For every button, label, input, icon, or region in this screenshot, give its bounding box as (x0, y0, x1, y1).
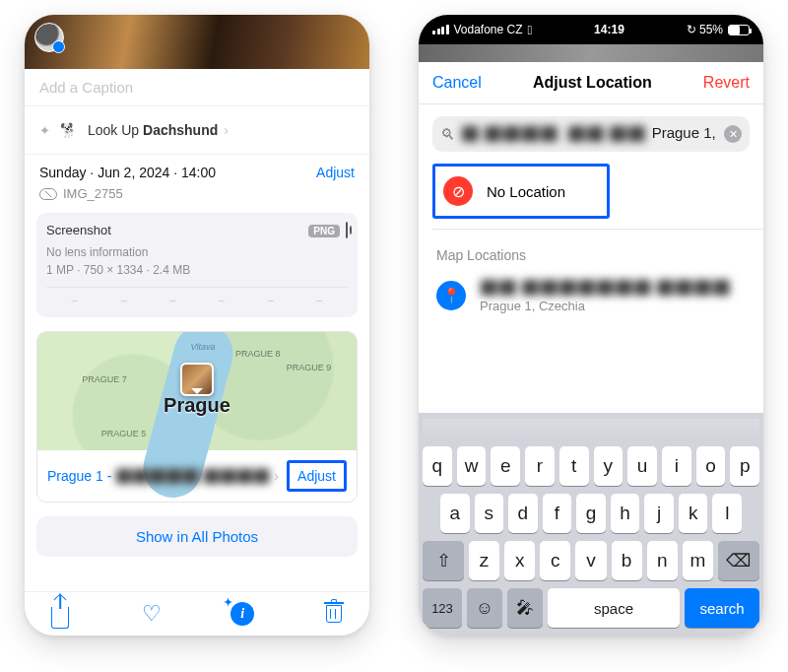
mic-icon: 🎤︎ (516, 598, 534, 619)
battery-percent-label: ↻ 55% (687, 23, 723, 36)
map-district-label: PRAGUE 7 (82, 374, 127, 384)
shift-icon: ⇧ (436, 550, 451, 571)
key-h[interactable]: h (611, 494, 640, 533)
location-card: PRAGUE 7 PRAGUE 8 PRAGUE 9 PRAGUE 5 Vlta… (36, 331, 358, 503)
metadata-section: Sunday · Jun 2, 2024 · 14:00 Adjust IMG_… (25, 155, 369, 205)
map-photo-pin (180, 363, 214, 396)
key-u[interactable]: u (627, 446, 657, 486)
key-w[interactable]: w (457, 446, 487, 486)
key-j[interactable]: j (644, 494, 674, 533)
result-title-blurred: ⬛⬛ ⬛⬛⬛⬛⬛⬛⬛ ⬛⬛⬛⬛ (480, 279, 731, 297)
caption-field[interactable]: Add a Caption (25, 69, 369, 106)
adjust-date-button[interactable]: Adjust (316, 165, 355, 180)
key-s[interactable]: s (475, 494, 504, 533)
not-synced-icon (39, 188, 57, 200)
info-icon: i (230, 602, 254, 626)
wifi-icon: 󾓦 (528, 23, 533, 37)
format-badge: PNG (308, 225, 340, 237)
key-r[interactable]: r (525, 446, 555, 486)
revert-button[interactable]: Revert (703, 74, 750, 92)
location-address-link[interactable]: Prague 1 - ⬛⬛⬛⬛⬛ ⬛⬛⬛⬛› (47, 468, 279, 484)
key-m[interactable]: m (683, 541, 713, 580)
chevron-right-icon: › (224, 122, 229, 138)
location-search-field[interactable]: 🔍︎ ⬛ ⬛⬛⬛⬛, ⬛⬛ ⬛⬛ Prague 1, Czechia ✕ (432, 116, 750, 152)
person-avatar-badge[interactable] (34, 23, 64, 52)
key-emoji[interactable]: ☺ (467, 588, 502, 628)
key-search[interactable]: search (685, 588, 759, 628)
exif-placeholder-row: –––––– (46, 287, 348, 311)
key-c[interactable]: c (540, 541, 570, 580)
key-n[interactable]: n (647, 541, 678, 580)
photo-date: Sunday · Jun 2, 2024 · 14:00 (39, 165, 216, 180)
no-location-icon: ⊘ (443, 176, 473, 206)
map-pin-icon: 📍 (436, 281, 466, 310)
key-i[interactable]: i (662, 446, 691, 486)
key-backspace[interactable]: ⌫ (718, 541, 759, 580)
nav-title: Adjust Location (533, 74, 652, 92)
status-time: 14:19 (594, 23, 624, 36)
show-in-all-photos-button[interactable]: Show in All Photos (36, 516, 358, 557)
search-prefix-blurred: ⬛ ⬛⬛⬛⬛, ⬛⬛ ⬛⬛ (461, 125, 646, 143)
key-shift[interactable]: ⇧ (423, 541, 464, 580)
dog-icon: 🐕 (56, 118, 80, 142)
file-info-card: Screenshot PNG No lens information 1 MP … (36, 213, 358, 317)
result-subtitle: Prague 1, Czechia (480, 299, 731, 313)
status-bar: Vodafone CZ 󾓦 14:19 ↻ 55% (419, 15, 763, 44)
delete-button[interactable] (322, 602, 346, 626)
no-location-label: No Location (487, 183, 565, 200)
key-k[interactable]: k (679, 494, 708, 533)
share-icon (51, 607, 69, 629)
lens-info-label: No lens information (46, 245, 348, 259)
clear-search-button[interactable]: ✕ (724, 125, 742, 143)
map-river-label: Vltava (191, 342, 216, 352)
map-district-label: PRAGUE 5 (101, 429, 147, 438)
favorite-button[interactable]: ♡ (140, 602, 164, 626)
fullscreen-icon[interactable] (346, 222, 348, 238)
key-d[interactable]: d (508, 494, 538, 533)
key-q[interactable]: q (423, 446, 452, 486)
backspace-icon: ⌫ (726, 550, 751, 571)
cancel-button[interactable]: Cancel (432, 74, 482, 92)
heart-icon: ♡ (142, 601, 162, 627)
background-blur (419, 44, 763, 62)
key-z[interactable]: z (469, 541, 499, 580)
search-icon: 🔍︎ (440, 126, 455, 143)
nav-bar: Cancel Adjust Location Revert (419, 62, 763, 104)
file-specs-label: 1 MP · 750 × 1334 · 2.4 MB (46, 263, 348, 277)
key-o[interactable]: o (696, 446, 726, 486)
key-a[interactable]: a (440, 494, 470, 533)
photo-preview-header (25, 15, 369, 69)
filename-label: IMG_2755 (63, 186, 123, 201)
key-f[interactable]: f (543, 494, 572, 533)
keyboard-row-1: q w e r t y u i o p (423, 446, 759, 486)
emoji-icon: ☺ (476, 598, 493, 619)
key-y[interactable]: y (594, 446, 624, 486)
key-v[interactable]: v (575, 541, 606, 580)
key-123[interactable]: 123 (423, 588, 462, 628)
key-t[interactable]: t (559, 446, 589, 486)
key-p[interactable]: p (730, 446, 759, 486)
key-dictation[interactable]: 🎤︎ (507, 588, 543, 628)
key-x[interactable]: x (504, 541, 535, 580)
map-city-label: Prague (164, 394, 230, 417)
info-button[interactable]: i (230, 602, 254, 626)
location-result-item[interactable]: 📍 ⬛⬛ ⬛⬛⬛⬛⬛⬛⬛ ⬛⬛⬛⬛ Prague 1, Czechia (419, 271, 763, 325)
adjust-location-screen: Vodafone CZ 󾓦 14:19 ↻ 55% Cancel Adjust … (419, 15, 763, 636)
key-b[interactable]: b (612, 541, 642, 580)
keyboard-row-3: ⇧ z x c v b n m ⌫ (423, 541, 759, 580)
search-value: Prague 1, Czechia (652, 124, 718, 143)
share-button[interactable] (48, 602, 72, 626)
map-preview[interactable]: PRAGUE 7 PRAGUE 8 PRAGUE 9 PRAGUE 5 Vlta… (37, 332, 357, 450)
key-l[interactable]: l (712, 494, 742, 533)
trash-icon (326, 605, 342, 623)
ios-keyboard: q w e r t y u i o p a s d f g h j k l (419, 413, 763, 636)
visual-lookup-row[interactable]: ✦ 🐕 Look Up Dachshund › (25, 106, 369, 155)
battery-icon (728, 25, 750, 35)
key-e[interactable]: e (491, 446, 520, 486)
map-district-label: PRAGUE 8 (235, 349, 281, 359)
adjust-location-button[interactable]: Adjust (287, 460, 347, 492)
lookup-label: Look Up Dachshund (88, 122, 218, 138)
key-space[interactable]: space (548, 588, 680, 628)
no-location-option[interactable]: ⊘ No Location (432, 164, 610, 219)
key-g[interactable]: g (576, 494, 606, 533)
